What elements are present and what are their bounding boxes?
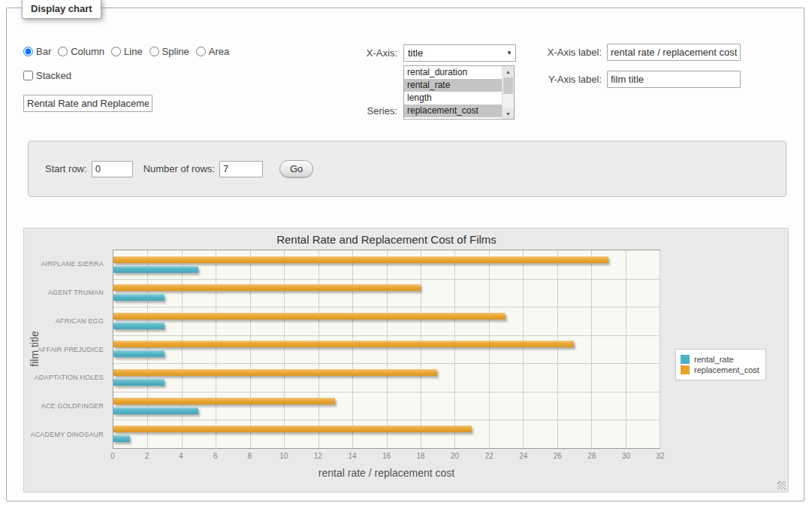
bar-replacement_cost xyxy=(113,369,437,376)
bar-group-airplane-sierra xyxy=(113,250,660,279)
chart-container: Rental Rate and Replacement Cost of Film… xyxy=(23,228,789,492)
series-option-length[interactable]: length xyxy=(404,92,502,105)
x-axis-select[interactable]: title ▼ xyxy=(403,44,516,62)
chart-type-radio-spline[interactable] xyxy=(149,47,159,56)
chart-type-radio-bar[interactable] xyxy=(23,47,33,56)
bar-rental_rate xyxy=(113,323,165,329)
go-button[interactable]: Go xyxy=(279,160,313,177)
chart-type-label-area: Area xyxy=(209,46,229,57)
x-tick-label: 16 xyxy=(382,452,391,460)
chart-title-input[interactable] xyxy=(23,95,152,112)
chart-type-label-spline: Spline xyxy=(162,46,189,57)
chart-type-option-column[interactable]: Column xyxy=(58,46,104,57)
bar-rental_rate xyxy=(113,407,198,414)
x-tick-label: 22 xyxy=(485,452,494,460)
scrollbar-thumb[interactable] xyxy=(503,77,513,94)
gridline-vertical xyxy=(660,250,660,448)
chart-legend: rental_ratereplacement_cost xyxy=(675,349,766,380)
x-tick-label: 28 xyxy=(587,452,596,460)
y-tick-labels: AIRPLANE SIERRAAGENT TRUMANAFRICAN EGGAF… xyxy=(24,250,108,449)
x-tick-label: 30 xyxy=(622,452,630,460)
scroll-down-icon[interactable]: ▼ xyxy=(503,108,514,119)
stacked-label: Stacked xyxy=(36,70,71,81)
bar-group-african-egg xyxy=(113,307,660,335)
scrollbar-track[interactable] xyxy=(503,77,514,108)
stacked-option[interactable]: Stacked xyxy=(23,70,71,81)
x-tick-label: 18 xyxy=(417,452,425,460)
chart-type-radio-group: BarColumnLineSplineArea xyxy=(23,46,236,57)
series-option-replacement_cost[interactable]: replacement_cost xyxy=(404,105,502,117)
x-tick-label: 24 xyxy=(519,452,527,460)
resize-handle[interactable] xyxy=(777,481,786,489)
y-axis-label-field-label: Y-Axis label: xyxy=(518,74,602,85)
x-tick-label: 12 xyxy=(314,452,322,460)
series-listbox[interactable]: rental_durationrental_ratelengthreplacem… xyxy=(403,65,515,120)
fieldset-legend: Display chart xyxy=(22,0,101,19)
bar-group-agent-truman xyxy=(113,279,660,308)
chevron-down-icon: ▼ xyxy=(503,50,515,56)
chart-title: Rental Rate and Replacement Cost of Film… xyxy=(113,233,660,246)
stacked-checkbox[interactable] xyxy=(23,71,33,80)
bar-rental_rate xyxy=(113,379,165,386)
page: Display chart BarColumnLineSplineArea St… xyxy=(0,0,812,512)
x-tick-label: 8 xyxy=(247,452,252,460)
series-option-rental_rate[interactable]: rental_rate xyxy=(404,79,502,92)
chart-type-option-spline[interactable]: Spline xyxy=(149,46,189,57)
num-rows-input[interactable] xyxy=(219,161,263,177)
series-option-rental_duration[interactable]: rental_duration xyxy=(404,66,502,79)
y-tick-label: ACADEMY DINOSAUR xyxy=(30,431,104,438)
chart-type-radio-area[interactable] xyxy=(196,47,206,56)
chart-type-radio-column[interactable] xyxy=(58,47,68,56)
y-tick-label: AFRICAN EGG xyxy=(56,317,104,325)
bar-rental_rate xyxy=(113,350,165,357)
chart-type-radio-line[interactable] xyxy=(111,47,121,56)
x-tick-label: 4 xyxy=(179,452,183,460)
chart-type-label-column: Column xyxy=(71,46,104,57)
chart-type-option-area[interactable]: Area xyxy=(196,46,229,57)
y-tick-label: AGENT TRUMAN xyxy=(48,289,104,296)
bar-replacement_cost xyxy=(113,256,608,263)
x-tick-label: 0 xyxy=(110,452,115,460)
bar-replacement_cost xyxy=(113,398,335,404)
x-tick-label: 20 xyxy=(451,452,459,460)
x-tick-label: 14 xyxy=(348,452,356,460)
y-tick-label: AFFAIR PREJUDICE xyxy=(38,346,104,353)
bar-rental_rate xyxy=(113,266,198,273)
chart-type-label-bar: Bar xyxy=(36,46,51,57)
chart-type-option-bar[interactable]: Bar xyxy=(23,46,51,57)
x-tick-labels: 02468101214161820222426283032 xyxy=(113,452,660,462)
chart-type-option-line[interactable]: Line xyxy=(111,46,143,57)
bar-replacement_cost xyxy=(113,284,421,291)
x-axis-selected-value: title xyxy=(404,47,503,59)
y-tick-label: ACE GOLDFINGER xyxy=(41,402,104,410)
y-tick-label: ADAPTATION HOLES xyxy=(35,374,104,381)
start-row-input[interactable] xyxy=(92,161,133,177)
series-scrollbar[interactable]: ▲ ▼ xyxy=(502,66,514,119)
y-axis-label-input[interactable] xyxy=(607,71,741,88)
legend-item-replacement_cost: replacement_cost xyxy=(681,365,759,374)
bar-group-affair-prejudice xyxy=(113,335,660,364)
x-axis-label-input[interactable] xyxy=(607,44,741,61)
display-chart-fieldset: Display chart BarColumnLineSplineArea St… xyxy=(6,8,804,501)
legend-item-rental_rate: rental_rate xyxy=(681,355,759,364)
bar-replacement_cost xyxy=(113,341,574,347)
scroll-up-icon[interactable]: ▲ xyxy=(503,66,514,77)
bar-replacement_cost xyxy=(113,313,506,320)
bar-group-adaptation-holes xyxy=(113,363,660,392)
bar-rental_rate xyxy=(113,435,130,442)
plot-area xyxy=(113,250,660,449)
bar-replacement_cost xyxy=(113,426,472,432)
x-axis-label-field-label: X-Axis label: xyxy=(518,47,602,58)
x-tick-label: 2 xyxy=(145,452,149,460)
bar-group-academy-dinosaur xyxy=(113,420,660,448)
start-row-label: Start row: xyxy=(45,163,87,174)
x-tick-label: 26 xyxy=(554,452,562,460)
x-axis-title: rental rate / replacement cost xyxy=(113,467,660,479)
legend-swatch-replacement_cost xyxy=(681,365,690,374)
x-tick-label: 32 xyxy=(656,452,664,460)
bar-rental_rate xyxy=(113,294,165,301)
chart-type-label-line: Line xyxy=(124,46,143,57)
rows-panel: Start row: Number of rows: Go xyxy=(28,141,786,197)
legend-label-rental_rate: rental_rate xyxy=(694,355,734,364)
x-tick-label: 10 xyxy=(279,452,288,460)
